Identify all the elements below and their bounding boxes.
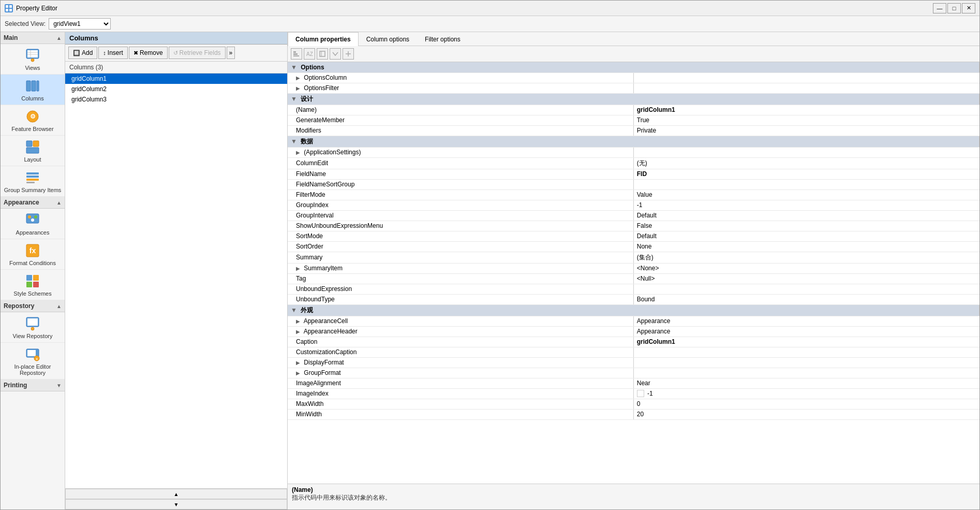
svg-text:AZ: AZ bbox=[306, 51, 313, 57]
insert-button[interactable]: ↕ Insert bbox=[98, 47, 128, 59]
svg-point-23 bbox=[28, 215, 31, 218]
scroll-up-button[interactable]: ▲ bbox=[65, 489, 287, 499]
view-select[interactable]: gridView1 bbox=[49, 18, 111, 30]
sidebar-item-feature-browser[interactable]: ⚙ Feature Browser bbox=[1, 105, 65, 136]
max-width-value: 0 bbox=[637, 400, 641, 407]
image-index-icon bbox=[637, 390, 644, 397]
svg-rect-30 bbox=[26, 282, 32, 287]
inplace-repository-label: In-place Editor Repostory bbox=[3, 363, 63, 376]
column-item-2[interactable]: gridColumn2 bbox=[65, 84, 287, 94]
remove-label: Remove bbox=[140, 49, 163, 56]
remove-button[interactable]: ✖ Remove bbox=[129, 47, 168, 59]
sidebar-item-views[interactable]: Views bbox=[1, 44, 65, 75]
retrieve-fields-button[interactable]: ↺ Retrieve Fields bbox=[169, 47, 226, 59]
prop-row-appearance-cell: ▶ AppearanceCell Appearance bbox=[288, 316, 979, 326]
sidebar-item-inplace-repository[interactable]: + In-place Editor Repostory bbox=[1, 343, 65, 380]
insert-icon: ↕ bbox=[103, 50, 106, 56]
app-settings-expand[interactable]: ▶ bbox=[296, 150, 300, 155]
svg-rect-10 bbox=[26, 81, 31, 91]
selected-view-label: Selected View: bbox=[5, 20, 46, 27]
section-options: ▼ Options bbox=[288, 62, 979, 72]
prop-row-caption: Caption gridColumn1 bbox=[288, 337, 979, 347]
sort-order-label: SortOrder bbox=[296, 243, 323, 250]
appearance-header-expand[interactable]: ▶ bbox=[296, 329, 300, 334]
sidebar-item-view-repository[interactable]: View Repostory bbox=[1, 312, 65, 343]
sidebar-item-format-conditions[interactable]: fx Format Conditions bbox=[1, 239, 65, 270]
close-button[interactable]: ✕ bbox=[962, 3, 975, 13]
tab-filter-options[interactable]: Filter options bbox=[417, 32, 468, 46]
retrieve-icon: ↺ bbox=[173, 50, 178, 56]
inplace-repository-icon: + bbox=[24, 346, 41, 362]
options-column-expand[interactable]: ▶ bbox=[296, 75, 300, 81]
generate-member-value: True bbox=[637, 116, 649, 124]
data-toggle[interactable]: ▼ bbox=[291, 138, 297, 145]
options-toggle[interactable]: ▼ bbox=[291, 64, 297, 71]
columns-toolbar: 🔲 Add ↕ Insert ✖ Remove ↺ Retrieve Field… bbox=[65, 45, 287, 62]
svg-text:fx: fx bbox=[29, 246, 36, 255]
svg-rect-18 bbox=[26, 172, 39, 174]
main-window: Property Editor — □ ✕ Selected View: gri… bbox=[0, 0, 980, 510]
unbound-type-value: Bound bbox=[637, 296, 655, 303]
column-item-3[interactable]: gridColumn3 bbox=[65, 94, 287, 105]
sort-category-btn[interactable] bbox=[291, 48, 302, 60]
sidebar-section-main[interactable]: Main ▲ bbox=[1, 32, 65, 44]
prop-row-filter-mode: FilterMode Value bbox=[288, 190, 979, 200]
group-interval-label: GroupInterval bbox=[296, 212, 334, 219]
columns-header: Columns bbox=[65, 32, 287, 45]
printing-section-label: Printing bbox=[4, 382, 27, 389]
sidebar-section-printing[interactable]: Printing ▼ bbox=[1, 380, 65, 391]
sidebar-item-appearances[interactable]: Appearances bbox=[1, 209, 65, 239]
appearance-toggle[interactable]: ▼ bbox=[291, 307, 297, 314]
appearance-header-value: Appearance bbox=[637, 328, 671, 335]
prop-tool-5[interactable] bbox=[343, 48, 354, 60]
svg-point-24 bbox=[31, 218, 34, 222]
scroll-down-button[interactable]: ▼ bbox=[65, 499, 287, 509]
prop-row-options-filter: ▶ OptionsFilter bbox=[288, 83, 979, 93]
modifiers-value: Private bbox=[637, 127, 656, 134]
sidebar-item-layout[interactable]: Layout bbox=[1, 136, 65, 166]
prop-row-group-interval: GroupInterval Default bbox=[288, 210, 979, 221]
tab-column-options[interactable]: Column options bbox=[359, 32, 417, 46]
column-item-1[interactable]: gridColumn1 bbox=[65, 74, 287, 84]
unbound-type-label: UnboundType bbox=[296, 296, 335, 303]
prop-tool-4[interactable] bbox=[330, 48, 341, 60]
display-format-expand[interactable]: ▶ bbox=[296, 360, 300, 366]
min-width-label: MinWidth bbox=[296, 411, 322, 418]
appearance-cell-expand[interactable]: ▶ bbox=[296, 318, 300, 324]
appearance-cell-label: AppearanceCell bbox=[304, 317, 348, 325]
svg-rect-17 bbox=[26, 148, 39, 153]
svg-rect-5 bbox=[27, 50, 38, 57]
title-bar: Property Editor — □ ✕ bbox=[1, 1, 979, 16]
summary-item-expand[interactable]: ▶ bbox=[296, 266, 300, 271]
format-conditions-icon: fx bbox=[24, 242, 41, 259]
prop-tool-3[interactable] bbox=[317, 48, 328, 60]
sort-alpha-btn[interactable]: AZ bbox=[304, 48, 315, 60]
layout-icon bbox=[24, 139, 41, 155]
sidebar-item-columns[interactable]: Columns bbox=[1, 75, 65, 105]
svg-rect-19 bbox=[26, 176, 39, 178]
maximize-button[interactable]: □ bbox=[947, 3, 961, 13]
sidebar-section-repository[interactable]: Repostory ▲ bbox=[1, 300, 65, 312]
style-schemes-label: Style Schemes bbox=[13, 290, 51, 297]
view-repository-icon bbox=[24, 315, 41, 332]
svg-rect-1 bbox=[9, 5, 12, 8]
prop-row-group-format: ▶ GroupFormat bbox=[288, 368, 979, 378]
prop-row-sort-mode: SortMode Default bbox=[288, 231, 979, 241]
retrieve-label: Retrieve Fields bbox=[180, 49, 221, 56]
sidebar-item-style-schemes[interactable]: Style Schemes bbox=[1, 270, 65, 300]
prop-row-image-index: ImageIndex -1 bbox=[288, 388, 979, 399]
design-toggle[interactable]: ▼ bbox=[291, 95, 297, 103]
group-format-expand[interactable]: ▶ bbox=[296, 370, 300, 376]
minimize-button[interactable]: — bbox=[933, 3, 946, 13]
svg-rect-16 bbox=[33, 141, 39, 147]
sort-mode-label: SortMode bbox=[296, 232, 323, 240]
field-name-label: FieldName bbox=[296, 170, 326, 178]
sidebar-item-group-summary[interactable]: Group Summary Items bbox=[1, 166, 65, 197]
add-button[interactable]: 🔲 Add bbox=[68, 47, 97, 59]
section-data: ▼ 数据 bbox=[288, 136, 979, 147]
options-filter-expand[interactable]: ▶ bbox=[296, 85, 300, 91]
tab-column-properties[interactable]: Column properties bbox=[288, 32, 359, 46]
sidebar-section-appearance[interactable]: Appearance ▲ bbox=[1, 197, 65, 209]
add-icon: 🔲 bbox=[73, 50, 80, 56]
more-button[interactable]: » bbox=[227, 47, 235, 59]
